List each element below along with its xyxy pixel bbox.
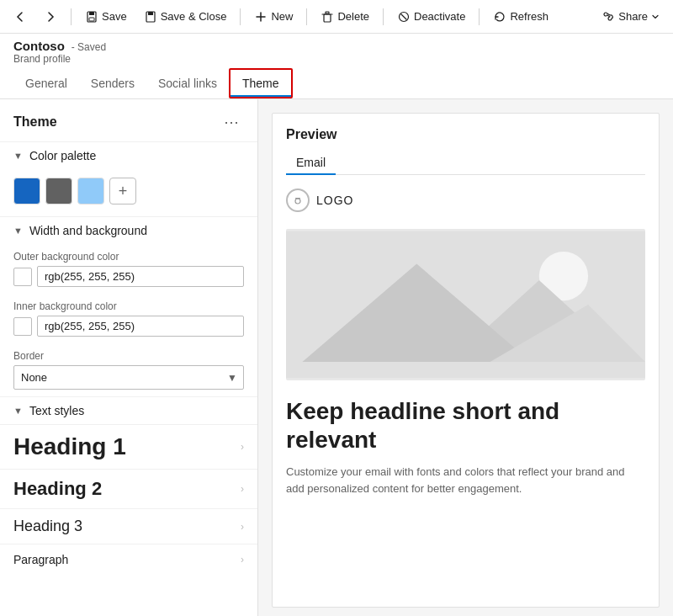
app-subtitle: Brand profile	[13, 53, 660, 65]
inner-bg-field-row	[13, 316, 244, 337]
save-button[interactable]: Save	[78, 7, 134, 27]
panel-header: Theme ⋯	[0, 99, 257, 141]
text-styles-label: Text styles	[29, 404, 84, 417]
heading3-label: Heading 3	[13, 518, 82, 535]
camera-icon	[291, 194, 305, 207]
inner-bg-input[interactable]	[37, 316, 244, 337]
outer-bg-color-swatch[interactable]	[13, 268, 32, 286]
main-content: Theme ⋯ ▼ Color palette + ▼ Width and ba…	[0, 99, 673, 616]
separator-4	[383, 8, 384, 25]
panel-title: Theme	[13, 114, 57, 130]
text-styles-section-toggle[interactable]: ▼ Text styles	[0, 396, 257, 424]
back-button[interactable]	[7, 7, 34, 27]
new-label: New	[271, 10, 293, 23]
separator-5	[479, 8, 480, 25]
save-icon	[85, 10, 98, 24]
chevron-down-icon: ▼	[13, 151, 23, 161]
title-row: Contoso - Saved	[13, 39, 660, 53]
outer-bg-label: Outer background color	[13, 251, 244, 263]
tab-social-links[interactable]: Social links	[146, 68, 229, 98]
save-label: Save	[102, 10, 127, 23]
outer-bg-input[interactable]	[37, 266, 244, 287]
deactivate-button[interactable]: Deactivate	[390, 7, 472, 27]
email-tab-label: Email	[296, 156, 326, 169]
border-select[interactable]: None Thin Medium Thick	[13, 365, 244, 390]
chevron-right-icon-2: ›	[241, 483, 244, 495]
preview-headline: Keep headline short and relevant	[286, 397, 645, 454]
add-color-button[interactable]: +	[109, 178, 136, 204]
svg-rect-7	[324, 14, 331, 22]
share-icon	[601, 10, 615, 24]
tab-senders[interactable]: Senders	[79, 68, 146, 98]
preview-title: Preview	[286, 127, 645, 142]
right-panel: Preview Email LOGO	[258, 99, 673, 616]
chevron-down-icon-3: ▼	[13, 406, 23, 416]
logo-text: LOGO	[316, 194, 353, 207]
delete-label: Delete	[337, 10, 369, 23]
deactivate-label: Deactivate	[414, 10, 465, 23]
preview-tabs: Email	[286, 151, 645, 175]
paragraph-item[interactable]: Paragraph ›	[0, 544, 257, 575]
share-chevron-icon	[651, 13, 660, 21]
back-icon	[13, 10, 27, 24]
separator-2	[240, 8, 241, 25]
outer-bg-field-row	[13, 266, 244, 287]
save-close-label: Save & Close	[161, 10, 227, 23]
border-field-group: Border None Thin Medium Thick ▼	[0, 343, 257, 396]
svg-rect-9	[326, 12, 329, 13]
paragraph-label: Paragraph	[13, 553, 68, 566]
panel-menu-button[interactable]: ⋯	[219, 111, 244, 133]
forward-button[interactable]	[37, 7, 64, 27]
share-button[interactable]: Share	[595, 7, 666, 27]
inner-bg-color-swatch[interactable]	[13, 317, 32, 336]
tab-general[interactable]: General	[13, 68, 79, 98]
saved-status: - Saved	[72, 41, 106, 53]
save-close-button[interactable]: Save & Close	[137, 7, 234, 27]
chevron-right-icon-3: ›	[241, 521, 244, 533]
deactivate-icon	[397, 10, 411, 24]
svg-rect-1	[89, 12, 94, 15]
width-background-label: Width and background	[29, 224, 147, 237]
chevron-right-icon: ›	[241, 441, 244, 453]
heading1-label: Heading 1	[13, 433, 126, 460]
refresh-icon	[493, 10, 506, 24]
svg-line-11	[401, 14, 406, 19]
color-swatch-gray[interactable]	[45, 178, 72, 204]
tab-theme[interactable]: Theme	[231, 70, 291, 97]
logo-icon	[286, 189, 310, 212]
nav-tabs: General Senders Social links Theme	[13, 68, 660, 98]
heading2-label: Heading 2	[13, 478, 102, 500]
outer-bg-field-group: Outer background color	[0, 244, 257, 294]
hero-image	[286, 229, 645, 380]
border-select-wrapper: None Thin Medium Thick ▼	[13, 365, 244, 390]
color-palette-row: +	[0, 169, 257, 216]
chevron-down-icon-2: ▼	[13, 226, 23, 236]
color-swatch-light-blue[interactable]	[77, 178, 104, 204]
inner-bg-label: Inner background color	[13, 300, 244, 312]
border-label: Border	[13, 350, 244, 362]
inner-bg-field-group: Inner background color	[0, 294, 257, 343]
color-swatch-blue[interactable]	[13, 178, 40, 204]
heading1-item[interactable]: Heading 1 ›	[0, 424, 257, 469]
svg-rect-2	[89, 18, 94, 21]
chevron-right-icon-4: ›	[241, 554, 244, 566]
refresh-button[interactable]: Refresh	[486, 7, 555, 27]
tab-theme-wrapper: Theme	[229, 68, 293, 98]
share-label: Share	[618, 10, 648, 23]
preview-tab-email[interactable]: Email	[286, 151, 336, 174]
app-header: Contoso - Saved Brand profile General Se…	[0, 34, 673, 99]
delete-icon	[321, 10, 334, 24]
delete-button[interactable]: Delete	[314, 7, 376, 27]
separator-3	[306, 8, 307, 25]
color-palette-label: Color palette	[29, 149, 96, 162]
svg-rect-4	[148, 12, 153, 15]
width-background-section-toggle[interactable]: ▼ Width and background	[0, 216, 257, 244]
main-toolbar: Save Save & Close New Delete Deactivate …	[0, 0, 673, 34]
color-palette-section-toggle[interactable]: ▼ Color palette	[0, 141, 257, 169]
new-button[interactable]: New	[247, 7, 299, 27]
new-icon	[254, 10, 268, 24]
forward-icon	[44, 10, 57, 24]
svg-rect-13	[295, 198, 300, 199]
heading2-item[interactable]: Heading 2 ›	[0, 469, 257, 508]
heading3-item[interactable]: Heading 3 ›	[0, 508, 257, 544]
